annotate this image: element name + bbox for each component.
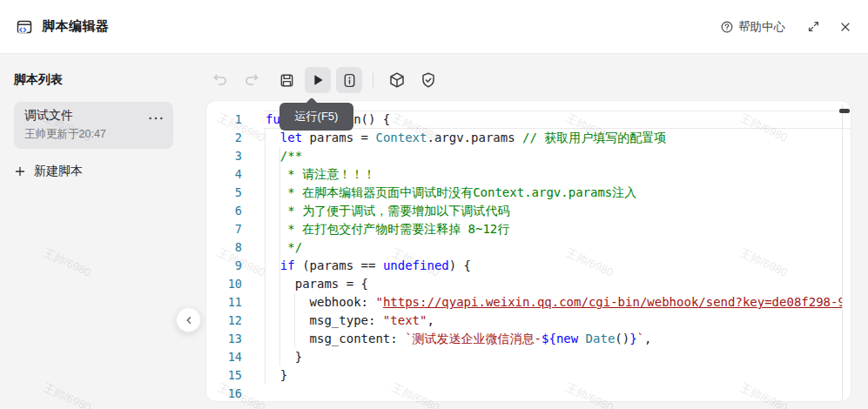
code-line[interactable]: msg_type: "text", [266, 312, 434, 330]
code-token: Context [375, 131, 427, 144]
code-token: ${ [542, 332, 556, 345]
help-circle-icon [720, 20, 734, 34]
script-file-meta: 王帅更新于20:47 [24, 127, 106, 142]
line-number: 6 [206, 202, 242, 220]
code-token: if [280, 258, 295, 272]
code-token: (params == [295, 258, 383, 272]
line-number: 11 [206, 293, 242, 312]
code-token: () [615, 332, 629, 345]
header-right: 帮助中心 [720, 19, 852, 35]
redo-button[interactable] [239, 67, 265, 93]
code-line[interactable]: params = { [266, 275, 368, 293]
code-token: params = [302, 131, 375, 144]
close-icon[interactable] [838, 20, 852, 34]
code-token: let [280, 131, 302, 144]
run-tooltip-label: 运行(F5) [295, 109, 339, 124]
more-options-icon[interactable] [147, 111, 165, 126]
scrollbar-thumb[interactable] [839, 109, 850, 113]
line-number: 8 [206, 238, 242, 257]
code-line[interactable]: let params = Context.argv.params // 获取用户… [266, 129, 666, 147]
code-lines[interactable]: function main() { let params = Context.a… [266, 101, 842, 401]
fullscreen-button[interactable] [806, 19, 821, 34]
watermark: 王帅/6980 [41, 245, 94, 280]
code-token: , [427, 313, 434, 327]
watermark: 王帅/6980 [41, 379, 94, 409]
code-line[interactable]: if (params == undefined) { [266, 257, 471, 275]
code-editor[interactable]: 12345678910111213141516 function main() … [205, 100, 851, 402]
code-token: Date [586, 332, 616, 345]
code-token: ) { [449, 258, 471, 272]
code-line[interactable]: */ [266, 238, 302, 257]
code-token: ` [637, 332, 644, 345]
script-window-icon [16, 18, 33, 36]
security-check-button[interactable] [415, 67, 441, 93]
code-line[interactable]: * 在脚本编辑器页面中调试时没有Context.argv.params注入 [266, 184, 636, 202]
line-number: 2 [206, 129, 242, 147]
help-center-button[interactable]: 帮助中心 [720, 19, 785, 35]
line-number: 5 [206, 184, 242, 202]
code-token: } [266, 350, 302, 364]
scrollbar-track[interactable] [842, 104, 843, 401]
code-line[interactable]: * 在打包交付产物时需要注释掉 8~12行 [266, 220, 509, 238]
script-editor-window: 脚本编辑器 帮助中心 [0, 0, 868, 409]
line-number: 14 [206, 348, 242, 366]
toolbar-divider [373, 73, 373, 87]
code-line[interactable]: } [266, 348, 302, 366]
code-token: } [629, 332, 636, 345]
save-button[interactable] [273, 67, 299, 93]
code-token: "text" [383, 313, 427, 327]
line-number: 1 [206, 111, 242, 129]
plus-icon [14, 165, 26, 178]
code-token [266, 258, 280, 272]
code-token: * 在脚本编辑器页面中调试时没有Context.argv.params注入 [266, 185, 636, 199]
run-tooltip: 运行(F5) [279, 103, 353, 131]
script-file-name: 调试文件 [24, 108, 73, 124]
code-token: webhook: [266, 295, 375, 309]
line-number: 16 [206, 385, 242, 402]
code-token: , [644, 332, 651, 345]
header-left: 脚本编辑器 [16, 18, 110, 36]
code-token: */ [266, 240, 302, 254]
gutter: 12345678910111213141516 [206, 101, 242, 401]
script-list-title: 脚本列表 [14, 72, 63, 88]
code-line[interactable]: * 请注意！！！ [266, 165, 375, 184]
code-token: `测试发送企业微信消息- [405, 332, 542, 345]
code-token: undefined [383, 258, 449, 272]
code-token: msg_type: [266, 313, 383, 327]
script-info-button[interactable] [336, 67, 362, 93]
line-number: 9 [206, 257, 242, 275]
code-token: msg_content: [266, 332, 405, 345]
code-token [266, 131, 280, 144]
code-line[interactable]: * 为了便于调试，需要增加以下调试代码 [266, 202, 509, 220]
help-center-label: 帮助中心 [738, 19, 785, 35]
line-number: 12 [206, 312, 242, 330]
new-script-button[interactable]: 新建脚本 [14, 164, 83, 179]
line-number: 15 [206, 366, 242, 385]
code-token: } [266, 368, 287, 382]
code-line[interactable]: webhook: "https://qyapi.weixin.qq.com/cg… [266, 293, 842, 312]
line-number: 10 [206, 275, 242, 293]
code-line[interactable]: } [266, 366, 287, 385]
editor-toolbar [207, 67, 441, 93]
line-number: 3 [206, 147, 242, 165]
script-file-item[interactable]: 调试文件 王帅更新于20:47 [14, 102, 173, 149]
collapse-sidebar-button[interactable] [176, 307, 201, 332]
code-line[interactable]: /** [266, 147, 302, 165]
line-number: 4 [206, 165, 242, 184]
code-token: https://qyapi.weixin.qq.com/cgi-bin/webh… [383, 295, 842, 309]
line-number: 13 [206, 330, 242, 348]
code-token: * 为了便于调试，需要增加以下调试代码 [266, 204, 509, 218]
code-token: " [375, 295, 382, 309]
new-script-label: 新建脚本 [34, 164, 83, 179]
run-button[interactable] [305, 67, 331, 93]
package-button[interactable] [384, 67, 410, 93]
header: 脚本编辑器 帮助中心 [0, 0, 868, 54]
code-token: * 请注意！！！ [266, 167, 375, 181]
page-title: 脚本编辑器 [42, 18, 110, 35]
undo-button[interactable] [207, 67, 233, 93]
code-line[interactable]: msg_content: `测试发送企业微信消息-${new Date()}`, [266, 330, 651, 348]
code-token: new [556, 332, 586, 345]
code-token: /** [266, 149, 302, 163]
code-token: * 在打包交付产物时需要注释掉 8~12行 [266, 222, 509, 236]
code-token: params = { [266, 277, 368, 291]
